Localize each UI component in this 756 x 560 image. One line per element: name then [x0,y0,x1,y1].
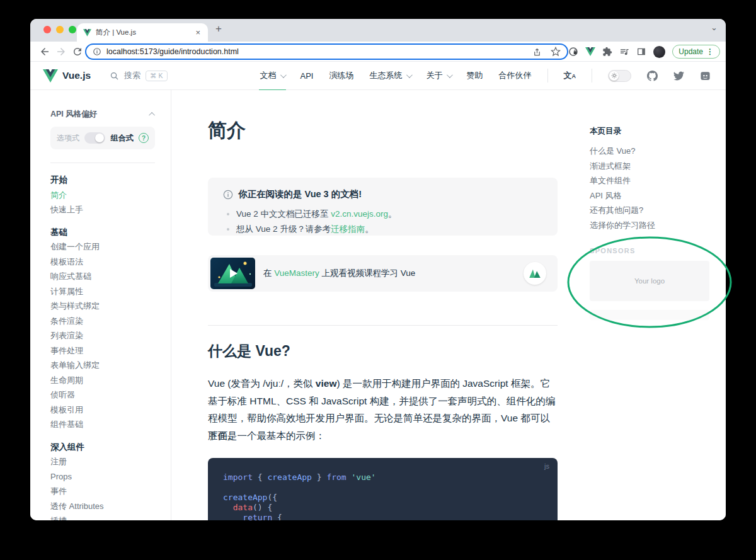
sidebar-item-creating-app[interactable]: 创建一个应用 [50,239,171,254]
page-outline: 本页目录 什么是 Vue? 渐进式框架 单文件组件 API 风格 还有其他问题?… [590,126,716,232]
vue-devtools-extension-icon[interactable] [585,47,595,57]
vuejs-logo[interactable]: Vue.js [43,69,91,83]
sidebar-item-component-events[interactable]: 事件 [50,484,171,499]
forward-button[interactable] [55,46,67,57]
sidebar-item-list[interactable]: 列表渲染 [50,328,171,343]
api-style-toggle[interactable] [84,132,105,144]
help-icon[interactable]: ? [139,133,149,143]
code-line: import { createApp } from 'vue' [223,472,542,483]
bullet-icon [227,228,229,231]
search-button[interactable]: 搜索 ⌘ K [110,70,167,81]
outline-item-what-is-vue[interactable]: 什么是 Vue? [590,144,716,159]
nav-docs[interactable]: 文档 [260,62,285,90]
outline-item-progressive[interactable]: 渐进式框架 [590,159,716,174]
tab-search-icon[interactable]: ⌄ [711,23,718,32]
api-preference-switch-panel: 选项式 组合式 ? [50,127,155,149]
sidebar-item-quick-start[interactable]: 快速上手 [50,202,171,217]
outline-title: 本页目录 [590,126,716,137]
notice-heading: 你正在阅读的是 Vue 3 的文档! [238,188,362,200]
outline-item-api-styles[interactable]: API 风格 [590,188,716,203]
api-preference-title[interactable]: API 风格偏好 [50,109,155,120]
tab-close-icon[interactable]: × [194,28,202,37]
nav-sponsor[interactable]: 赞助 [467,62,483,90]
profile-avatar[interactable] [653,46,665,58]
github-icon [647,71,658,81]
page-info-icon[interactable] [93,47,101,56]
vue-logo-icon [43,69,58,83]
brand-name: Vue.js [62,70,91,81]
sidebar-group-title: 开始 [50,173,171,188]
sidebar-group-title: 基础 [50,225,171,240]
sidebar-item-watchers[interactable]: 侦听器 [50,387,171,403]
sidebar-item-template-syntax[interactable]: 模板语法 [50,254,171,270]
browser-menu-icon[interactable]: ⋮ [706,47,714,56]
vuemastery-link[interactable]: VueMastery [274,268,319,278]
composition-api-label[interactable]: 组合式 [111,133,134,144]
section-heading: 什么是 Vue? [208,341,290,361]
sidebar-item-reactivity[interactable]: 响应式基础 [50,269,171,284]
notice-bullet: 想从 Vue 2 升级？请参考迁移指南。 [223,222,542,237]
browser-toolbar: localhost:5173/guide/introduction.html U… [30,42,726,62]
code-block[interactable]: js import { createApp } from 'vue' creat… [208,458,558,520]
github-link[interactable] [647,71,658,81]
sidebar-item-introduction[interactable]: 简介 [50,188,171,203]
migration-guide-link[interactable]: 迁移指南 [331,224,365,234]
banner-text: 在 VueMastery 上观看视频课程学习 Vue [263,268,415,279]
doc-content: 简介 你正在阅读的是 Vue 3 的文档! Vue 2 中文文档已迁移至 v2.… [171,90,726,520]
sidebar-item-computed[interactable]: 计算属性 [50,284,171,299]
nav-about[interactable]: 关于 [427,62,451,90]
sidebar-item-events[interactable]: 事件处理 [50,343,171,358]
new-tab-button[interactable]: + [215,23,222,35]
bookmark-star-icon[interactable] [551,47,561,57]
extensions-puzzle-icon[interactable] [602,47,612,57]
share-icon[interactable] [532,47,542,57]
reading-list-icon[interactable] [619,47,629,57]
site-nav: 文档 API 演练场 生态系统 关于 赞助 合作伙伴 文A [260,62,711,90]
chrome-update-button[interactable]: Update ⋮ [672,45,720,59]
theme-toggle[interactable] [608,70,631,82]
outline-item-sfc[interactable]: 单文件组件 [590,173,716,188]
tab-title: 简介 | Vue.js [96,28,194,37]
sidebar-item-lifecycle[interactable]: 生命周期 [50,373,171,388]
outline-item-more-questions[interactable]: 还有其他问题? [590,203,716,218]
sidebar-item-props[interactable]: Props [50,469,171,484]
sidebar-item-attrs[interactable]: 透传 Attributes [50,499,171,514]
minimize-window-button[interactable] [56,26,64,33]
privacy-extension-icon[interactable] [568,47,578,57]
discord-link[interactable] [700,71,711,81]
nav-partners[interactable]: 合作伙伴 [499,62,532,90]
side-panel-icon[interactable] [636,47,646,57]
sidebar-item-component-basics[interactable]: 组件基础 [50,417,171,432]
option-api-label[interactable]: 选项式 [57,133,79,144]
translate-icon[interactable]: 文A [564,70,576,81]
back-button[interactable] [39,46,50,57]
sidebar-item-registration[interactable]: 注册 [50,454,171,469]
sidebar-item-slots[interactable]: 插槽 [50,513,171,520]
twitter-link[interactable] [673,71,684,81]
zoom-window-button[interactable] [69,26,76,33]
v2-docs-link[interactable]: v2.cn.vuejs.org [331,209,388,219]
sidebar-item-template-refs[interactable]: 模板引用 [50,403,171,418]
sidebar-group-title: 深入组件 [50,440,171,455]
browser-tab[interactable]: 简介 | Vue.js × [77,23,208,42]
nav-api[interactable]: API [301,62,314,90]
sidebar-item-class-style[interactable]: 类与样式绑定 [50,299,171,314]
sponsor-placeholder[interactable]: Your logo [590,261,709,301]
search-icon [110,71,119,81]
vuemastery-logo [524,262,546,285]
sidebar-item-conditional[interactable]: 条件渲染 [50,314,171,329]
close-window-button[interactable] [43,26,51,33]
sidebar-item-forms[interactable]: 表单输入绑定 [50,358,171,373]
url-text[interactable]: localhost:5173/guide/introduction.html [106,47,532,56]
divider [592,69,592,83]
vuemastery-video-thumbnail[interactable] [210,258,255,289]
code-language-badge: js [544,462,549,470]
site-header: Vue.js 搜索 ⌘ K 文档 API 演练场 生态系统 关于 赞助 合作伙伴… [30,62,726,90]
reload-button[interactable] [72,46,83,57]
discord-icon [700,71,711,81]
nav-playground[interactable]: 演练场 [329,62,354,90]
address-bar[interactable]: localhost:5173/guide/introduction.html [85,43,568,60]
outline-item-learning-path[interactable]: 选择你的学习路径 [590,218,716,233]
vuemastery-banner[interactable]: 在 VueMastery 上观看视频课程学习 Vue [208,255,558,292]
nav-ecosystem[interactable]: 生态系统 [370,62,411,90]
